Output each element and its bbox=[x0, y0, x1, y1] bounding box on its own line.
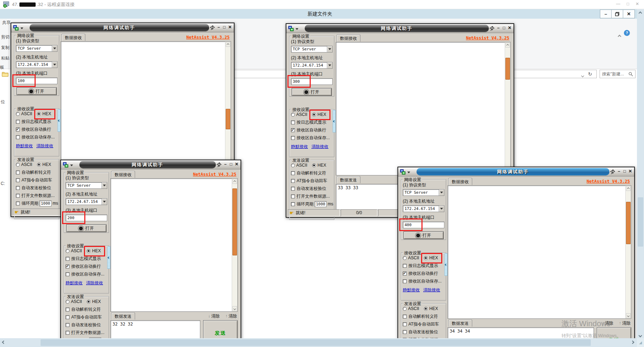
clear-send-button[interactable]: ↓清除 bbox=[208, 313, 220, 319]
receive-scrollbar-thumb[interactable] bbox=[505, 58, 510, 80]
send-input[interactable]: 32 32 32 bbox=[110, 320, 200, 338]
auto-escape-checkbox[interactable] bbox=[16, 171, 20, 174]
dropdown-arrow-icon[interactable] bbox=[439, 190, 444, 196]
close-button[interactable]: ✕ bbox=[234, 162, 239, 167]
auto-escape-checkbox[interactable] bbox=[66, 308, 69, 311]
receive-area[interactable] bbox=[110, 178, 238, 312]
auto-escape-checkbox[interactable] bbox=[291, 171, 295, 175]
address-dropdown-icon[interactable] bbox=[582, 72, 584, 78]
log-mode-checkbox[interactable] bbox=[291, 120, 295, 124]
file-source-checkbox[interactable] bbox=[291, 194, 295, 198]
send-hex-radio[interactable] bbox=[424, 307, 428, 311]
app-icon[interactable] bbox=[288, 26, 294, 31]
panel-collapse-splitter[interactable] bbox=[444, 253, 448, 276]
cycle-input[interactable]: 1000 bbox=[315, 201, 327, 207]
send-ascii-radio[interactable] bbox=[66, 300, 69, 304]
auto-save-checkbox[interactable] bbox=[66, 272, 69, 276]
ribbon-cut-button[interactable]: 剪切 bbox=[1, 34, 10, 40]
app-icon[interactable] bbox=[63, 162, 69, 168]
scroll-up-icon[interactable] bbox=[226, 42, 230, 47]
cycle-checkbox[interactable] bbox=[291, 202, 295, 206]
receive-scrollbar[interactable] bbox=[225, 42, 231, 174]
rdp-close-button[interactable]: ✕ bbox=[636, 1, 639, 6]
receive-ascii-radio[interactable] bbox=[16, 112, 20, 116]
receive-scrollbar-thumb[interactable] bbox=[232, 188, 237, 255]
scroll-left-icon[interactable] bbox=[2, 341, 6, 344]
maximize-button[interactable]: □ bbox=[622, 169, 627, 174]
explorer-restore-icon[interactable] bbox=[612, 10, 623, 18]
dropdown-arrow-icon[interactable] bbox=[52, 62, 57, 68]
host-address-select[interactable]: 172.24.67.154 bbox=[16, 61, 57, 68]
auto-wrap-checkbox[interactable] bbox=[66, 265, 69, 268]
maximize-button[interactable]: □ bbox=[502, 25, 506, 30]
receive-scrollbar[interactable] bbox=[505, 42, 510, 175]
auto-escape-checkbox[interactable] bbox=[403, 315, 407, 318]
rdp-horizontal-scrollbar[interactable] bbox=[0, 338, 637, 347]
tab-receive[interactable]: 数据接收 bbox=[111, 171, 135, 178]
auto-wrap-checkbox[interactable] bbox=[403, 272, 407, 275]
log-mode-checkbox[interactable] bbox=[16, 120, 20, 124]
auto-save-checkbox[interactable] bbox=[291, 136, 295, 140]
auto-wrap-checkbox[interactable] bbox=[291, 128, 295, 132]
dropdown-arrow-icon[interactable] bbox=[102, 182, 107, 188]
auto-save-checkbox[interactable] bbox=[403, 279, 407, 283]
send-ascii-radio[interactable] bbox=[16, 163, 20, 167]
clear-receive-link[interactable]: 清除接收 bbox=[311, 144, 328, 150]
protocol-select[interactable]: TCP Server bbox=[291, 46, 333, 52]
open-button[interactable]: 打开 bbox=[17, 87, 57, 95]
minimize-button[interactable]: – bbox=[216, 25, 221, 30]
panel-collapse-splitter[interactable] bbox=[57, 109, 61, 132]
scroll-up-icon[interactable] bbox=[639, 12, 642, 15]
tab-send[interactable]: 数据发送 bbox=[448, 320, 472, 327]
tab-receive[interactable]: 数据接收 bbox=[61, 34, 85, 41]
at-cr-checkbox[interactable] bbox=[66, 315, 69, 319]
pin-icon[interactable] bbox=[217, 162, 221, 167]
open-button[interactable]: 打开 bbox=[403, 231, 444, 239]
open-button[interactable]: 打开 bbox=[292, 88, 332, 96]
horizontal-scroll-thumb[interactable] bbox=[41, 339, 591, 346]
clear-receive-link[interactable]: 清除接收 bbox=[86, 280, 103, 286]
receive-scrollbar[interactable] bbox=[625, 186, 631, 318]
receive-area[interactable] bbox=[448, 185, 631, 319]
receive-scrollbar-thumb[interactable] bbox=[226, 109, 230, 129]
tab-receive[interactable]: 数据接收 bbox=[336, 35, 360, 42]
minimize-button[interactable]: – bbox=[496, 25, 501, 30]
protocol-select[interactable]: TCP Server bbox=[16, 45, 57, 52]
explorer-close-button[interactable]: ✕ bbox=[623, 10, 635, 18]
send-hex-radio[interactable] bbox=[312, 163, 316, 167]
file-source-checkbox[interactable] bbox=[16, 194, 20, 198]
receive-scrollbar-thumb[interactable] bbox=[626, 202, 631, 244]
auto-save-checkbox[interactable] bbox=[16, 135, 20, 139]
explorer-titlebar[interactable]: 新建文件夹 – ✕ bbox=[0, 9, 637, 19]
at-cr-checkbox[interactable] bbox=[16, 178, 20, 182]
clear-receive-link[interactable]: 清除接收 bbox=[36, 143, 53, 149]
receive-ascii-radio[interactable] bbox=[66, 249, 69, 253]
receive-scrollbar[interactable] bbox=[232, 179, 237, 311]
dropdown-arrow-icon[interactable] bbox=[327, 62, 332, 68]
cycle-input[interactable]: 1000 bbox=[40, 200, 51, 206]
auto-wrap-checkbox[interactable] bbox=[16, 128, 20, 131]
send-hex-radio[interactable] bbox=[87, 300, 91, 304]
close-button[interactable]: ✕ bbox=[507, 25, 512, 30]
window-titlebar[interactable]: 网络调试助手 – □ ✕ bbox=[398, 167, 634, 176]
maximize-button[interactable]: □ bbox=[229, 162, 233, 167]
rdp-client-titlebar[interactable]: 47..32 - 远程桌面连接 — □ ✕ bbox=[0, 0, 644, 9]
clear-receive-link[interactable]: 清除接收 bbox=[423, 287, 440, 293]
scroll-up-icon[interactable] bbox=[505, 43, 510, 48]
open-button[interactable]: 打开 bbox=[66, 224, 107, 232]
host-address-select[interactable]: 172.24.67.154 bbox=[403, 205, 444, 212]
scroll-down-icon[interactable] bbox=[639, 334, 642, 337]
minimize-button[interactable]: – bbox=[616, 169, 621, 174]
dropdown-arrow-icon[interactable] bbox=[439, 206, 444, 212]
pin-icon[interactable] bbox=[490, 26, 494, 31]
tab-receive[interactable]: 数据接收 bbox=[448, 178, 472, 185]
silent-receive-link[interactable]: 静默接收 bbox=[16, 143, 33, 149]
at-cr-checkbox[interactable] bbox=[403, 322, 407, 326]
receive-ascii-radio[interactable] bbox=[291, 113, 295, 117]
rdp-maximize-button[interactable]: □ bbox=[627, 1, 629, 6]
version-link[interactable]: NetAssist V4.3.25 bbox=[186, 35, 230, 40]
silent-receive-link[interactable]: 静默接收 bbox=[66, 280, 83, 286]
log-mode-checkbox[interactable] bbox=[403, 264, 407, 268]
send-ascii-radio[interactable] bbox=[403, 307, 407, 311]
file-source-checkbox[interactable] bbox=[66, 331, 69, 335]
